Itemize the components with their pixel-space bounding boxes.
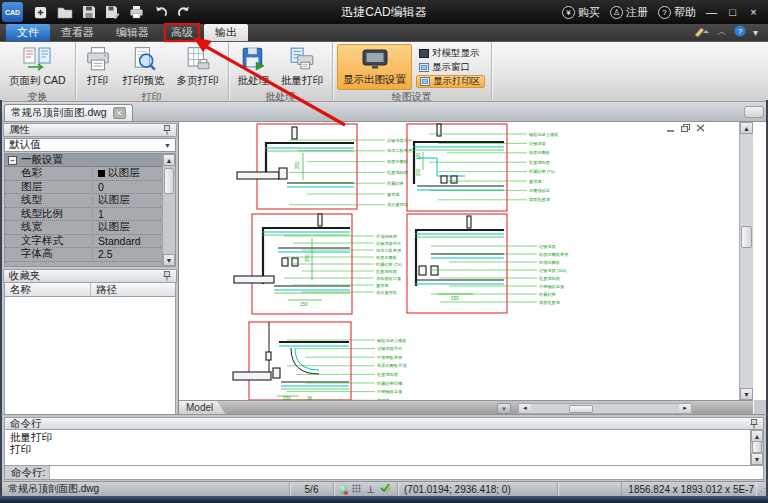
batch-print-button[interactable]: 批量打印 bbox=[276, 44, 328, 90]
batch-process-button[interactable]: 批处理 bbox=[233, 44, 275, 90]
collapse-section-icon[interactable]: − bbox=[8, 156, 17, 165]
minimize-button[interactable]: — bbox=[703, 5, 720, 20]
tab-advanced[interactable]: 高级 bbox=[160, 24, 204, 41]
canvas-horizontal-scrollbar[interactable]: ◄ ► bbox=[518, 403, 692, 414]
property-section[interactable]: − 一般设置 bbox=[5, 154, 175, 167]
page-to-cad-button[interactable]: 页面到 CAD bbox=[4, 44, 71, 90]
scroll-down-icon[interactable]: ▼ bbox=[163, 254, 175, 266]
svg-text:暗藏灯带灯槽: 暗藏灯带灯槽 bbox=[377, 381, 402, 386]
tab-overflow-button[interactable] bbox=[744, 106, 764, 118]
snap-grid-icon[interactable] bbox=[352, 484, 361, 495]
svg-text:暗藏灯带: 暗藏灯带 bbox=[539, 292, 556, 297]
scroll-right-icon[interactable]: ► bbox=[679, 404, 691, 413]
favorites-header: 收藏夹 bbox=[3, 269, 177, 283]
property-row[interactable]: 字体高2.5 bbox=[5, 248, 175, 262]
property-row[interactable]: 文字样式Standard bbox=[5, 235, 175, 249]
svg-text:200: 200 bbox=[416, 168, 421, 176]
tab-editor[interactable]: 编辑器 bbox=[105, 24, 160, 41]
scroll-down-icon[interactable]: ▼ bbox=[751, 453, 763, 465]
toggle-model-display[interactable]: 对模型显示 bbox=[416, 47, 485, 60]
help-button[interactable]: ?帮助 bbox=[655, 5, 699, 20]
multipage-print-button[interactable]: 多页打印 bbox=[172, 44, 224, 90]
scroll-up-icon[interactable]: ▲ bbox=[740, 122, 753, 134]
command-history[interactable]: 批量打印打印 ▲ ▼ bbox=[4, 430, 764, 466]
maximize-button[interactable]: □ bbox=[724, 5, 741, 20]
vp1-detail: 250 bbox=[237, 127, 354, 187]
vp3-detail: 250 150 bbox=[234, 214, 350, 307]
batch-print-icon bbox=[289, 46, 315, 72]
register-button[interactable]: ♙注册 bbox=[607, 5, 651, 20]
svg-text:不锈钢收边条: 不锈钢收边条 bbox=[376, 389, 402, 394]
svg-text:轻钢龙骨 (300): 轻钢龙骨 (300) bbox=[539, 268, 567, 273]
favorites-list[interactable] bbox=[4, 297, 176, 415]
svg-text:窗帘盒: 窗帘盒 bbox=[529, 179, 542, 185]
render-mode-icon[interactable] bbox=[340, 485, 347, 494]
scroll-up-icon[interactable]: ▲ bbox=[163, 154, 175, 166]
save-as-icon[interactable] bbox=[105, 5, 120, 19]
document-close-icon[interactable]: × bbox=[113, 107, 126, 119]
drawing-canvas[interactable]: 250 120 200 bbox=[179, 122, 753, 400]
canvas-vertical-scrollbar[interactable]: ▲ ▼ bbox=[739, 122, 753, 400]
help-dropdown-icon[interactable]: ▾ bbox=[753, 27, 758, 38]
property-row[interactable]: 图层0 bbox=[5, 181, 175, 195]
mdi-minimize-icon[interactable] bbox=[666, 124, 675, 132]
favorites-col-name[interactable]: 名称 bbox=[5, 283, 91, 296]
layout-dropdown-button[interactable]: ▼ bbox=[497, 403, 511, 414]
scroll-down-icon[interactable]: ▼ bbox=[740, 388, 753, 400]
property-row[interactable]: 色彩以图层 bbox=[5, 167, 175, 181]
document-tab[interactable]: 常规吊顶剖面图.dwg × bbox=[4, 104, 133, 121]
vp4-detail: 150 bbox=[415, 216, 504, 301]
toggle-display-printarea[interactable]: 显示打印区 bbox=[416, 75, 485, 88]
document-tab-bar: 常规吊顶剖面图.dwg × bbox=[0, 102, 768, 122]
pin-icon[interactable] bbox=[163, 125, 171, 135]
favorites-col-path[interactable]: 路径 bbox=[91, 283, 175, 296]
status-bar: 常规吊顶剖面图.dwg 5/6 ⊥ (701.0194; 2936.418; 0… bbox=[0, 481, 768, 496]
command-scrollbar[interactable]: ▲ ▼ bbox=[750, 430, 763, 465]
left-panel: 属性 默认值▼ − 一般设置 色彩以图层 图层0 线型以图层 线型比例1 线宽以… bbox=[0, 122, 179, 414]
mdi-restore-icon[interactable] bbox=[681, 124, 690, 132]
group-transform: 页面到 CAD 变换 bbox=[0, 42, 76, 100]
property-row[interactable]: 线宽以图层 bbox=[5, 221, 175, 235]
print-preview-button[interactable]: 打印预览 bbox=[118, 44, 170, 90]
vp5-detail: 150 36 bbox=[233, 322, 349, 400]
pin-icon[interactable] bbox=[163, 271, 171, 281]
yuan-icon: ¥ bbox=[562, 6, 575, 19]
resize-grip[interactable]: ⋰ bbox=[756, 482, 766, 496]
print-button[interactable]: 打印 bbox=[80, 44, 116, 90]
style-icon[interactable] bbox=[694, 26, 710, 39]
command-input[interactable] bbox=[49, 466, 763, 479]
command-panel: 命令行 批量打印打印 ▲ ▼ 命令行: bbox=[0, 414, 768, 481]
save-icon[interactable] bbox=[82, 5, 96, 19]
draw-check-icon[interactable] bbox=[380, 483, 391, 495]
help-round-icon[interactable]: ? bbox=[734, 25, 746, 39]
properties-scrollbar[interactable]: ▲ ▼ bbox=[162, 154, 175, 266]
undo-icon[interactable] bbox=[153, 5, 168, 19]
close-button[interactable]: × bbox=[745, 5, 762, 20]
tab-file[interactable]: 文件 bbox=[6, 24, 50, 41]
new-file-icon[interactable] bbox=[33, 5, 48, 20]
redo-icon[interactable] bbox=[177, 5, 192, 19]
tab-viewer[interactable]: 查看器 bbox=[50, 24, 105, 41]
plot-settings-button[interactable]: 显示出图设置 bbox=[337, 44, 412, 90]
command-input-row: 命令行: bbox=[4, 466, 764, 480]
ortho-icon[interactable]: ⊥ bbox=[366, 484, 375, 495]
pin-icon[interactable] bbox=[750, 419, 758, 429]
svg-text:墙面乳胶漆: 墙面乳胶漆 bbox=[538, 300, 560, 305]
properties-preset-dropdown[interactable]: 默认值▼ bbox=[4, 138, 176, 152]
collapse-ribbon-icon[interactable]: ︿ bbox=[717, 25, 727, 39]
plot-display-icon bbox=[360, 47, 390, 71]
property-row[interactable]: 线型比例1 bbox=[5, 208, 175, 222]
svg-text:150: 150 bbox=[300, 302, 308, 307]
model-tab[interactable]: Model bbox=[179, 401, 225, 414]
buy-button[interactable]: ¥购买 bbox=[559, 5, 603, 20]
open-file-icon[interactable] bbox=[57, 5, 73, 19]
toggle-display-window[interactable]: 显示窗口 bbox=[416, 61, 485, 74]
tab-output[interactable]: 输出 bbox=[204, 24, 248, 41]
scroll-left-icon[interactable]: ◄ bbox=[519, 404, 531, 413]
print-quick-icon[interactable] bbox=[129, 5, 144, 19]
property-row[interactable]: 线型以图层 bbox=[5, 194, 175, 208]
svg-text:乳胶漆饰面: 乳胶漆饰面 bbox=[376, 269, 398, 274]
mdi-close-icon[interactable] bbox=[696, 124, 705, 132]
ribbon-tab-row: 文件 查看器 编辑器 高级 输出 ︿ ? ▾ bbox=[0, 24, 768, 42]
svg-text:250: 250 bbox=[295, 161, 300, 169]
